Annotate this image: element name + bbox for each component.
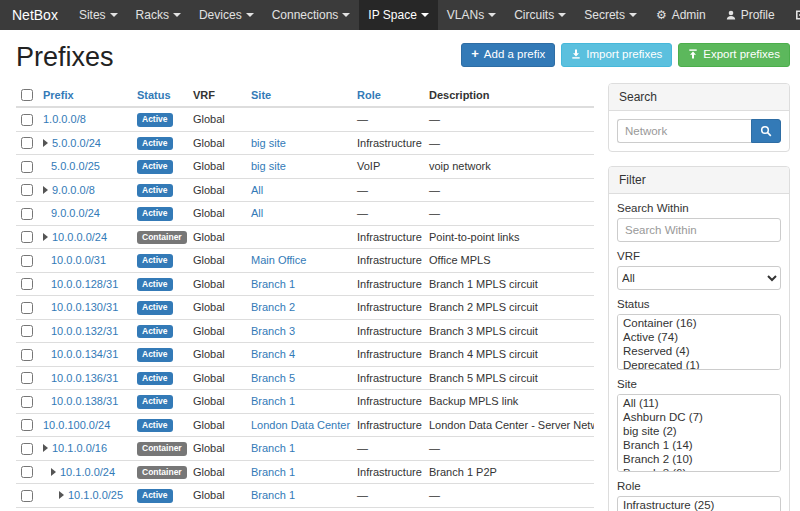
row-checkbox[interactable] [21, 349, 33, 361]
prefix-link[interactable]: 5.0.0.0/24 [52, 137, 101, 149]
site-link[interactable]: Branch 1 [251, 395, 295, 407]
prefix-link[interactable]: 10.1.0.0/24 [60, 466, 115, 478]
column-header-prefix[interactable]: Prefix [38, 83, 132, 107]
column-header-status[interactable]: Status [132, 83, 188, 107]
site-filter-select[interactable]: All (11)Ashburn DC (7)big site (2)Branch… [617, 394, 781, 472]
column-header-role[interactable]: Role [352, 83, 424, 107]
select-all-checkbox[interactable] [21, 89, 33, 101]
row-checkbox[interactable] [21, 161, 33, 173]
vrf-cell: Global [188, 296, 246, 320]
row-checkbox[interactable] [21, 325, 33, 337]
vrf-cell: Global [188, 131, 246, 155]
column-header-site[interactable]: Site [246, 83, 352, 107]
row-checkbox[interactable] [21, 302, 33, 314]
site-link[interactable]: big site [251, 160, 286, 172]
nav-item-vlans[interactable]: VLANs [438, 0, 505, 30]
prefix-link[interactable]: 10.0.0.0/24 [52, 231, 107, 243]
export-prefixes-button[interactable]: Export prefixes [678, 43, 790, 67]
prefix-link[interactable]: 9.0.0.0/24 [51, 207, 100, 219]
nav-item-connections[interactable]: Connections [263, 0, 360, 30]
prefix-link[interactable]: 10.1.0.0/25 [68, 489, 123, 501]
logout-icon [795, 10, 800, 20]
role-cell: — [352, 484, 424, 508]
nav-item-sites[interactable]: Sites [70, 0, 127, 30]
row-checkbox[interactable] [21, 466, 33, 478]
site-link[interactable]: Main Office [251, 254, 306, 266]
table-row: 9.0.0.0/24 Active Global All — — [16, 202, 594, 226]
prefix-link[interactable]: 10.0.0.134/31 [51, 348, 118, 360]
prefix-link[interactable]: 10.0.0.128/31 [51, 278, 118, 290]
row-checkbox[interactable] [21, 372, 33, 384]
nav-item-logout[interactable]: Log out [785, 0, 800, 30]
search-button[interactable] [751, 119, 781, 143]
brand[interactable]: NetBox [0, 0, 70, 30]
site-link[interactable]: London Data Center [251, 419, 350, 431]
status-filter-select[interactable]: Container (16)Active (74)Reserved (4)Dep… [617, 314, 781, 370]
description-cell: Office MPLS [424, 249, 594, 273]
prefix-link[interactable]: 10.1.0.0/16 [52, 442, 107, 454]
prefix-link[interactable]: 9.0.0.0/8 [52, 184, 95, 196]
prefix-link[interactable]: 10.0.0.138/31 [51, 395, 118, 407]
search-within-label: Search Within [617, 202, 781, 214]
description-cell: — [424, 202, 594, 226]
add-prefix-button[interactable]: + Add a prefix [461, 43, 555, 67]
row-checkbox[interactable] [21, 255, 33, 267]
indent-spacer [43, 169, 51, 170]
row-checkbox[interactable] [21, 184, 33, 196]
indent-spacer [43, 310, 51, 311]
nav-item-secrets[interactable]: Secrets [575, 0, 646, 30]
prefix-link[interactable]: 1.0.0.0/8 [43, 113, 86, 125]
row-checkbox[interactable] [21, 231, 33, 243]
role-cell: Infrastructure [352, 366, 424, 390]
site-link[interactable]: Branch 2 [251, 301, 295, 313]
nav-item-ip-space[interactable]: IP Space [359, 0, 437, 30]
nav-item-admin[interactable]: ⚙ Admin [646, 0, 716, 30]
status-filter-label: Status [617, 298, 781, 310]
row-checkbox[interactable] [21, 137, 33, 149]
table-row: 10.0.0.132/31 Active Global Branch 3 Inf… [16, 319, 594, 343]
search-input[interactable] [617, 119, 751, 143]
site-link[interactable]: Branch 1 [251, 489, 295, 501]
nav-item-profile[interactable]: Profile [716, 0, 785, 30]
status-badge: Active [137, 395, 173, 409]
row-checkbox[interactable] [21, 419, 33, 431]
site-link[interactable]: All [251, 184, 263, 196]
prefix-link[interactable]: 10.0.0.0/31 [51, 254, 106, 266]
expand-arrow-icon [43, 444, 48, 452]
nav-item-circuits[interactable]: Circuits [505, 0, 575, 30]
prefix-link[interactable]: 10.0.0.130/31 [51, 301, 118, 313]
vrf-cell: Global [188, 225, 246, 249]
site-link[interactable]: big site [251, 137, 286, 149]
row-checkbox[interactable] [21, 114, 33, 126]
role-filter-select[interactable]: Infrastructure (25)Management (8)Private… [617, 496, 781, 511]
site-link[interactable]: Branch 1 [251, 278, 295, 290]
chevron-down-icon [629, 13, 637, 17]
filter-panel-title: Filter [609, 167, 789, 194]
nav-item-label: Circuits [514, 8, 554, 22]
status-badge: Active [137, 419, 173, 433]
prefix-link[interactable]: 10.0.0.132/31 [51, 325, 118, 337]
row-checkbox[interactable] [21, 208, 33, 220]
site-link[interactable]: Branch 3 [251, 325, 295, 337]
prefix-link[interactable]: 10.0.100.0/24 [43, 419, 110, 431]
import-icon [571, 49, 581, 59]
site-link[interactable]: Branch 1 [251, 466, 295, 478]
site-link[interactable]: Branch 5 [251, 372, 295, 384]
site-link[interactable]: Branch 4 [251, 348, 295, 360]
import-prefixes-button[interactable]: Import prefixes [561, 43, 672, 67]
description-cell: — [424, 131, 594, 155]
row-checkbox[interactable] [21, 443, 33, 455]
nav-item-devices[interactable]: Devices [190, 0, 263, 30]
prefix-link[interactable]: 5.0.0.0/25 [51, 160, 100, 172]
admin-label: Admin [672, 8, 706, 22]
row-checkbox[interactable] [21, 278, 33, 290]
site-link[interactable]: Branch 1 [251, 442, 295, 454]
search-within-input[interactable] [617, 218, 781, 242]
site-link[interactable]: All [251, 207, 263, 219]
vrf-filter-select[interactable]: All [617, 266, 781, 290]
prefix-link[interactable]: 10.0.0.136/31 [51, 372, 118, 384]
description-cell: Branch 3 MPLS circuit [424, 319, 594, 343]
nav-item-racks[interactable]: Racks [127, 0, 190, 30]
row-checkbox[interactable] [21, 490, 33, 502]
row-checkbox[interactable] [21, 396, 33, 408]
